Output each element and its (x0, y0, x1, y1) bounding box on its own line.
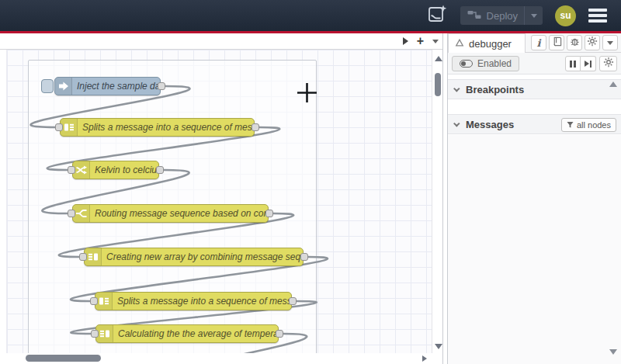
flow-node-change[interactable]: Kelvin to celcius (72, 161, 159, 179)
node-port[interactable] (289, 297, 297, 305)
debugger-settings-button[interactable] (599, 56, 617, 71)
sidebar: debugger i (448, 33, 621, 364)
book-icon (552, 36, 562, 50)
deploy-options-button[interactable] (524, 6, 543, 25)
change-icon (73, 161, 90, 179)
info-tab-button[interactable]: i (531, 35, 546, 50)
toggle-on-icon (460, 60, 473, 68)
debug-tab-button[interactable] (567, 35, 582, 50)
inject-trigger-button[interactable] (41, 79, 54, 93)
sidebar-scroll-down-icon[interactable] (609, 349, 617, 355)
flow-node-join[interactable]: Calculating the the average of temperatu… (95, 324, 279, 343)
node-port[interactable] (300, 253, 308, 261)
debugger-toolbar: Enabled (448, 53, 621, 75)
node-label: Splits a message into a sequence of mess… (113, 296, 291, 307)
node-port[interactable] (252, 123, 259, 131)
tab-debugger[interactable]: debugger (448, 33, 526, 53)
node-port[interactable] (55, 123, 63, 131)
flow-node-split[interactable]: Splits a message into a sequence of mess… (60, 118, 255, 137)
workspace: + Inject the sample dataSplits a message… (0, 33, 442, 364)
step-button[interactable] (581, 56, 596, 71)
flow-canvas[interactable]: Inject the sample dataSplits a message i… (0, 50, 442, 353)
scroll-right-icon[interactable] (422, 355, 427, 362)
switch-icon (73, 205, 90, 222)
node-port[interactable] (276, 330, 283, 338)
breakpoints-title: Breakpoints (466, 84, 524, 95)
scroll-up-icon[interactable] (435, 56, 442, 61)
gear-icon (603, 57, 614, 71)
bug-icon (570, 36, 580, 50)
hamburger-menu-icon (588, 9, 607, 12)
sidebar-resizer[interactable] (442, 33, 448, 364)
node-label: Routing message sequence based on condit… (90, 208, 268, 219)
horizontal-scrollbar-thumb[interactable] (26, 355, 101, 362)
node-label: Calculating the the average of temperatu… (113, 328, 278, 339)
chevron-down-icon (453, 120, 460, 127)
debugger-tab-icon (455, 36, 464, 50)
sidebar-tabbar: debugger i (448, 33, 621, 53)
sidebar-tab-label: debugger (469, 38, 512, 50)
step-forward-icon (585, 61, 592, 68)
node-red-app: Deploy su + (0, 0, 621, 364)
split-icon (61, 119, 78, 136)
flow-node-inject[interactable]: Inject the sample data (54, 77, 161, 95)
vertical-scrollbar-thumb[interactable] (435, 73, 441, 96)
inject-arrow-icon (55, 78, 72, 95)
pause-icon (570, 61, 576, 68)
node-label: Inject the sample data (72, 81, 160, 92)
chevron-down-icon (453, 85, 460, 92)
debugger-enabled-toggle[interactable]: Enabled (452, 56, 519, 71)
node-label: Kelvin to celcius (90, 165, 158, 175)
flow-tabbar: + (0, 33, 442, 50)
assistant-button[interactable] (426, 5, 448, 26)
node-label: Splits a message into a sequence of mess… (78, 122, 254, 133)
horizontal-scrollbar[interactable] (0, 353, 442, 364)
messages-section-header[interactable]: Messages all nodes (448, 114, 621, 134)
split-icon (95, 293, 113, 310)
node-port[interactable] (90, 297, 98, 305)
info-icon: i (537, 37, 541, 49)
user-avatar[interactable]: su (555, 5, 576, 26)
flow-list-icon[interactable] (432, 40, 439, 43)
flow-sparkle-icon (427, 4, 447, 27)
scroll-down-icon[interactable] (435, 344, 442, 349)
add-flow-button[interactable]: + (417, 35, 424, 47)
flow-node-join[interactable]: Creating new array by combining message … (84, 248, 304, 266)
join-icon (96, 325, 113, 342)
settings-tab-button[interactable] (585, 35, 600, 50)
gear-icon (587, 36, 598, 50)
node-port[interactable] (156, 166, 164, 174)
node-port[interactable] (68, 210, 75, 217)
enabled-label: Enabled (477, 58, 512, 69)
sidebar-scroll-up-icon[interactable] (609, 81, 617, 87)
chevron-down-icon (531, 14, 537, 18)
hamburger-menu-button[interactable] (588, 9, 607, 23)
help-tab-button[interactable] (549, 35, 564, 50)
header: Deploy su (0, 0, 621, 31)
node-port[interactable] (68, 166, 75, 174)
breakpoints-section-header[interactable]: Breakpoints (448, 79, 621, 99)
deploy-button[interactable]: Deploy (460, 6, 543, 25)
node-port[interactable] (158, 82, 165, 90)
messages-title: Messages (466, 119, 514, 130)
deploy-label: Deploy (487, 10, 518, 22)
flow-node-split[interactable]: Splits a message into a sequence of mess… (95, 292, 292, 310)
pause-button[interactable] (565, 56, 581, 71)
scroll-tabs-right-icon[interactable] (403, 37, 408, 45)
join-icon (85, 248, 102, 265)
messages-filter-button[interactable]: all nodes (561, 118, 616, 132)
deploy-nodes-icon (467, 9, 481, 23)
chevron-down-icon (607, 41, 613, 45)
messages-section-body (448, 135, 621, 364)
filter-label: all nodes (577, 120, 611, 130)
node-label: Creating new array by combining message … (102, 251, 303, 262)
filter-funnel-icon (567, 120, 574, 130)
sidebar-options-button[interactable] (602, 35, 618, 50)
node-port[interactable] (79, 253, 87, 261)
vertical-scrollbar[interactable] (432, 50, 442, 353)
node-port[interactable] (91, 330, 99, 338)
breakpoints-section-body (448, 100, 621, 114)
flow-node-switch[interactable]: Routing message sequence based on condit… (72, 204, 269, 223)
node-port[interactable] (265, 210, 273, 217)
